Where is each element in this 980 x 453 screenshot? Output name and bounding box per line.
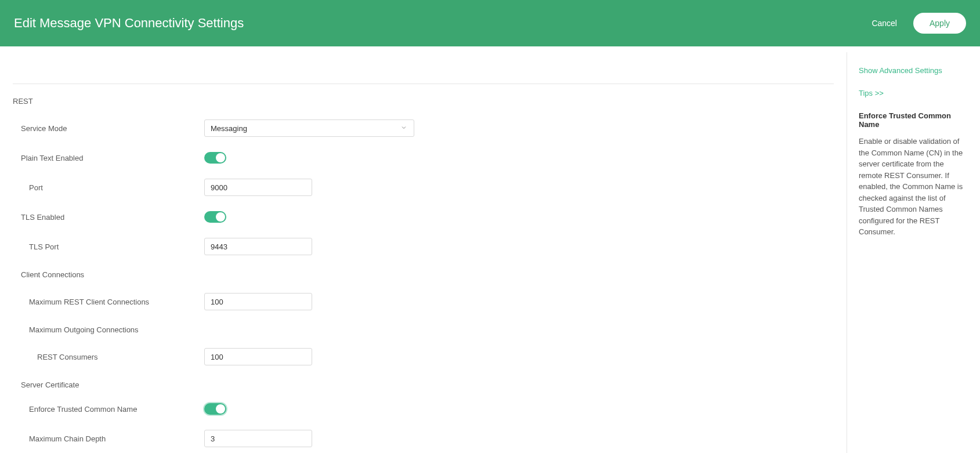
field-tls-enabled: TLS Enabled xyxy=(13,211,834,223)
service-mode-select[interactable]: Messaging xyxy=(204,119,414,137)
help-body: Enable or disable validation of the Comm… xyxy=(859,136,968,238)
field-plain-text-enabled: Plain Text Enabled xyxy=(13,152,834,164)
toggle-knob xyxy=(216,212,225,222)
toggle-knob xyxy=(216,153,225,162)
service-mode-label: Service Mode xyxy=(13,124,204,133)
server-certificate-label: Server Certificate xyxy=(13,380,834,389)
side-panel: Show Advanced Settings Tips >> Enforce T… xyxy=(847,52,980,453)
show-advanced-link[interactable]: Show Advanced Settings xyxy=(859,66,968,75)
tls-port-label: TLS Port xyxy=(13,242,204,251)
max-outgoing-label: Maximum Outgoing Connections xyxy=(13,325,834,334)
rest-consumers-input[interactable] xyxy=(204,348,312,365)
field-tls-port: TLS Port xyxy=(13,238,834,255)
scroll-spacer xyxy=(13,46,834,65)
max-chain-depth-input[interactable] xyxy=(204,430,312,447)
max-rest-client-input[interactable] xyxy=(204,293,312,310)
page-title: Edit Message VPN Connectivity Settings xyxy=(14,16,244,31)
section-rest-title: REST xyxy=(13,97,834,106)
tls-enabled-toggle[interactable] xyxy=(204,211,226,223)
field-max-chain-depth: Maximum Chain Depth xyxy=(13,430,834,447)
content-wrapper: REST Service Mode Messaging Plain Text E… xyxy=(0,46,980,453)
field-rest-consumers: REST Consumers xyxy=(13,348,834,365)
port-input[interactable] xyxy=(204,179,312,196)
field-max-rest-client: Maximum REST Client Connections xyxy=(13,293,834,310)
enforce-cn-toggle[interactable] xyxy=(204,403,226,415)
max-chain-depth-label: Maximum Chain Depth xyxy=(13,434,204,443)
field-service-mode: Service Mode Messaging xyxy=(13,119,834,137)
tips-link[interactable]: Tips >> xyxy=(859,89,968,97)
client-connections-label: Client Connections xyxy=(13,270,834,279)
apply-button[interactable]: Apply xyxy=(913,13,966,34)
service-mode-select-wrap: Messaging xyxy=(204,119,414,137)
main-panel: REST Service Mode Messaging Plain Text E… xyxy=(0,46,847,453)
section-divider xyxy=(13,84,834,84)
max-rest-client-label: Maximum REST Client Connections xyxy=(13,298,204,306)
field-enforce-cn: Enforce Trusted Common Name xyxy=(13,403,834,415)
port-label: Port xyxy=(13,183,204,192)
tls-enabled-label: TLS Enabled xyxy=(13,213,204,222)
enforce-cn-label: Enforce Trusted Common Name xyxy=(13,405,204,414)
rest-consumers-label: REST Consumers xyxy=(13,353,204,361)
plain-text-enabled-label: Plain Text Enabled xyxy=(13,154,204,162)
plain-text-enabled-toggle[interactable] xyxy=(204,152,226,164)
help-title: Enforce Trusted Common Name xyxy=(859,111,968,129)
cancel-button[interactable]: Cancel xyxy=(871,19,897,28)
field-port: Port xyxy=(13,179,834,196)
tls-port-input[interactable] xyxy=(204,238,312,255)
toggle-knob xyxy=(216,404,225,414)
header-actions: Cancel Apply xyxy=(871,13,966,34)
page-header: Edit Message VPN Connectivity Settings C… xyxy=(0,0,980,46)
